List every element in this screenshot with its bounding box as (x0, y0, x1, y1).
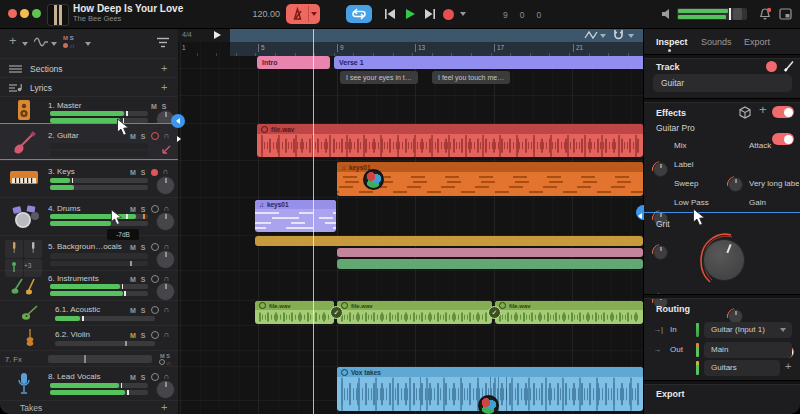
mute-button[interactable]: M (130, 307, 136, 314)
track-name[interactable]: 8. Lead Vocals (48, 372, 100, 381)
record-button[interactable] (443, 9, 454, 20)
takes-row[interactable]: Takes + (0, 400, 178, 414)
lyric-pill[interactable]: I feel you touch me… (432, 71, 510, 84)
cycle-loop-button[interactable] (346, 5, 372, 23)
mute-button[interactable]: M (130, 374, 136, 381)
add-take-button[interactable]: + (161, 402, 167, 412)
track-row-master[interactable]: 1. Master M S (0, 96, 178, 124)
tab-inspect[interactable]: Inspect (656, 37, 688, 47)
solo-button[interactable]: S (141, 307, 146, 314)
record-enable-button[interactable] (151, 169, 158, 176)
waveform-tool-icon[interactable] (34, 37, 48, 47)
mix-controls-chevron-icon[interactable] (85, 42, 91, 46)
record-enable-button[interactable] (151, 243, 159, 251)
tab-export[interactable]: Export (744, 37, 770, 47)
track-name[interactable]: 6.1. Acoustic (55, 305, 100, 314)
solo-button[interactable]: S (141, 133, 146, 140)
pan-knob[interactable] (156, 250, 175, 269)
track-name[interactable]: 2. Guitar (48, 131, 79, 140)
input-monitor-button[interactable]: ∩ (164, 331, 170, 339)
pan-knob[interactable] (156, 176, 175, 195)
mute-button-active[interactable]: M (130, 332, 136, 339)
add-track-chevron-icon[interactable] (22, 42, 28, 46)
record-enable-button[interactable] (151, 373, 159, 381)
region-bgvocal-3[interactable] (337, 259, 643, 269)
record-options-chevron-icon[interactable] (460, 12, 466, 16)
track-buttons-mini[interactable]: M S ∩ (156, 353, 174, 367)
playhead-counter[interactable]: 9 0 0 (503, 10, 553, 20)
audio-region-guitar[interactable]: file.wav (257, 124, 643, 157)
track-buttons[interactable]: M S (151, 102, 167, 110)
track-buttons[interactable]: M S ∩ (130, 132, 169, 140)
track-name[interactable]: 1. Master (48, 101, 81, 110)
solo-button[interactable]: S (141, 244, 146, 251)
minimize-window-button[interactable] (20, 9, 29, 18)
mute-button[interactable]: M (151, 103, 157, 110)
snap-magnet-icon[interactable] (612, 29, 625, 41)
lyrics-row[interactable]: Lyrics + (0, 77, 178, 97)
effects-toggle[interactable] (772, 106, 794, 118)
sections-row[interactable]: Sections + (0, 58, 178, 78)
pan-knob[interactable] (156, 212, 175, 231)
track-color-swatch[interactable] (766, 61, 777, 72)
panel-resize-handle[interactable] (171, 114, 185, 128)
plugin-name[interactable]: Guitar Pro (656, 123, 695, 133)
solo-button[interactable]: S (166, 353, 170, 359)
audio-region-acoustic-3[interactable]: file.wav (495, 301, 643, 324)
sweep-knob[interactable] (653, 245, 668, 260)
playhead-line[interactable] (313, 28, 314, 414)
solo-button[interactable]: S (141, 206, 146, 213)
mute-button[interactable]: M (130, 276, 136, 283)
add-effect-button[interactable]: + (759, 105, 767, 115)
mute-button[interactable]: M (130, 244, 136, 251)
add-lyrics-button[interactable]: + (161, 82, 167, 92)
record-enable-button[interactable] (151, 275, 159, 283)
freeze-icon[interactable] (160, 145, 172, 155)
record-enable-button[interactable] (151, 331, 159, 339)
add-track-button[interactable]: + (9, 36, 17, 46)
record-enable-button[interactable] (151, 132, 159, 140)
input-select[interactable]: Guitar (Input 1) (704, 322, 792, 338)
track-name[interactable]: 3. Keys (48, 167, 75, 176)
mute-button[interactable]: M (130, 169, 136, 176)
solo-button[interactable]: S (141, 276, 146, 283)
track-buttons[interactable]: M S ∩ (130, 168, 168, 176)
automation-chevron-icon[interactable] (600, 34, 606, 38)
solo-button[interactable]: S (141, 374, 146, 381)
record-enable-button[interactable] (151, 306, 159, 314)
grit-knob[interactable] (703, 239, 745, 281)
track-name[interactable]: 6. Instruments (48, 274, 99, 283)
solo-button[interactable]: S (162, 103, 167, 110)
metronome-chevron-icon[interactable] (311, 12, 317, 16)
region-bgvocal-2[interactable] (337, 248, 643, 257)
track-name[interactable]: 6.2. Violin (55, 330, 90, 339)
track-row-fx[interactable]: 7. Fx M S ∩ (0, 350, 178, 367)
plugin-toggle[interactable] (772, 133, 794, 145)
track-name[interactable]: 5. Backgroun…ocals (48, 242, 122, 251)
display-mode-icon[interactable] (779, 8, 792, 20)
mix-controls-icon[interactable]: M S ∩ (63, 35, 81, 51)
output-select[interactable]: Main (704, 342, 792, 358)
zoom-window-button[interactable] (32, 9, 41, 18)
go-to-end-button[interactable] (424, 8, 436, 20)
audio-region-acoustic-1[interactable]: file.wav (255, 301, 334, 324)
filter-menu-icon[interactable] (156, 37, 170, 48)
solo-button[interactable]: S (141, 332, 146, 339)
level-meter[interactable] (50, 214, 148, 227)
automation-icon[interactable] (584, 30, 599, 40)
edit-pencil-icon[interactable] (783, 60, 795, 72)
pan-knob[interactable] (156, 380, 175, 399)
mute-button[interactable]: M (130, 133, 136, 140)
audio-region-acoustic-2[interactable]: file.wav (337, 301, 492, 324)
lyric-pill[interactable]: I see your eyes in t… (340, 71, 418, 84)
go-to-beginning-button[interactable] (384, 8, 396, 20)
input-monitor-button[interactable]: ∩ (164, 132, 170, 140)
playhead-marker-icon[interactable] (214, 31, 221, 39)
midi-region-drums[interactable]: ♫ keys01 (255, 200, 336, 232)
add-section-button[interactable]: + (161, 63, 167, 73)
master-volume-slider[interactable] (677, 8, 747, 20)
tempo-display[interactable]: 120.00 (240, 9, 280, 19)
mute-button[interactable]: M (130, 206, 136, 213)
play-button[interactable] (404, 8, 416, 20)
track-name[interactable]: 4. Drums (48, 204, 80, 213)
